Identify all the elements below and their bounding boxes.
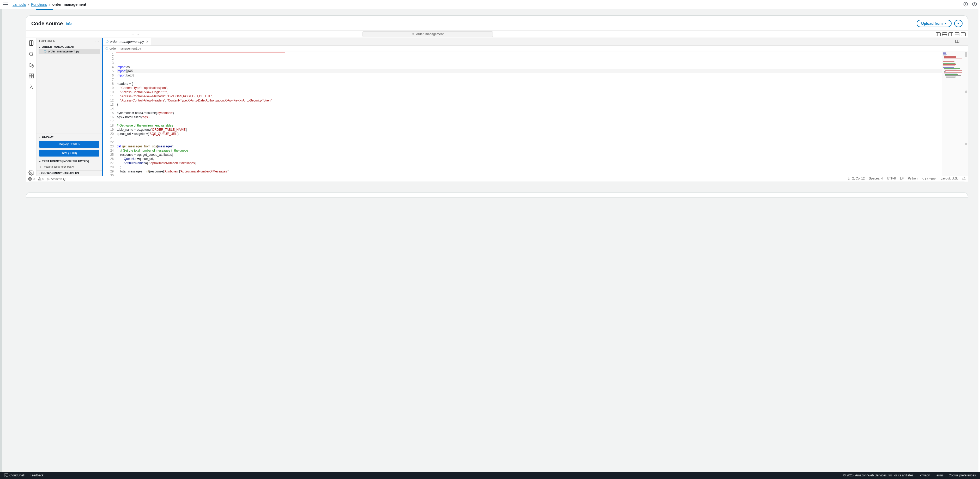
command-search[interactable]: order_management bbox=[363, 31, 493, 37]
editor-more-icon[interactable]: ··· bbox=[962, 40, 965, 44]
status-errors[interactable]: 0 bbox=[28, 177, 35, 181]
search-icon bbox=[412, 33, 415, 36]
svg-rect-14 bbox=[29, 74, 31, 76]
more-actions-button[interactable] bbox=[954, 20, 963, 27]
breadcrumb: Lambda › Functions › order_management bbox=[13, 2, 86, 7]
chevron-down-icon: ⌄ bbox=[38, 45, 41, 48]
python-file-icon: ⬡ bbox=[44, 49, 46, 53]
run-debug-icon[interactable] bbox=[28, 62, 34, 68]
info-icon[interactable] bbox=[963, 2, 968, 7]
svg-rect-17 bbox=[31, 76, 33, 78]
svg-rect-16 bbox=[29, 76, 31, 78]
plus-icon: ＋ bbox=[39, 165, 42, 169]
svg-point-10 bbox=[29, 52, 33, 56]
nav-forward-icon[interactable]: → bbox=[136, 32, 140, 36]
editor-tab[interactable]: ⬡ order_management.py ✕ bbox=[103, 38, 151, 45]
svg-point-2 bbox=[966, 3, 966, 3]
test-events-section-header[interactable]: ⌄TEST EVENTS [NONE SELECTED] bbox=[37, 158, 102, 164]
status-layout[interactable]: Layout: U.S. bbox=[940, 177, 958, 181]
scrollbar-thumb[interactable] bbox=[965, 52, 967, 57]
extensions-icon[interactable] bbox=[28, 73, 34, 79]
chevron-right-icon: › bbox=[38, 172, 40, 175]
svg-line-11 bbox=[32, 55, 33, 56]
breadcrumb-functions[interactable]: Functions bbox=[31, 2, 47, 7]
breadcrumb-current: order_management bbox=[52, 2, 86, 6]
status-lambda[interactable]: ▷Lambda bbox=[922, 177, 937, 181]
line-gutter: 1234567891011121314151617181920212223242… bbox=[103, 51, 116, 176]
activity-bar bbox=[26, 38, 37, 176]
explorer-icon[interactable] bbox=[28, 40, 34, 46]
status-encoding[interactable]: UTF-8 bbox=[887, 177, 896, 181]
scrollbar-thumb[interactable] bbox=[965, 143, 967, 145]
lambda-icon[interactable] bbox=[28, 84, 34, 90]
refresh-icon[interactable] bbox=[972, 2, 977, 7]
file-tree-item[interactable]: ⬡ order_management.py bbox=[38, 49, 100, 54]
settings-gear-icon[interactable] bbox=[28, 170, 34, 176]
breadcrumb-lambda[interactable]: Lambda bbox=[13, 2, 26, 7]
chevron-down-icon: ⌄ bbox=[38, 135, 41, 138]
upload-from-button[interactable]: Upload from bbox=[916, 20, 951, 27]
code-editor-ide: ← → order_management bbox=[26, 30, 968, 181]
python-file-icon: ⬡ bbox=[105, 47, 108, 50]
test-button[interactable]: Test (⇧⌘I) bbox=[39, 150, 99, 156]
svg-line-9 bbox=[414, 35, 414, 35]
chevron-right-icon: › bbox=[49, 2, 50, 6]
svg-marker-3 bbox=[973, 2, 977, 6]
hamburger-menu-icon[interactable] bbox=[3, 1, 10, 8]
caret-down-icon bbox=[957, 23, 960, 24]
status-eol[interactable]: LF bbox=[900, 177, 904, 181]
deploy-section-header[interactable]: ⌄DEPLOY bbox=[37, 134, 102, 139]
svg-marker-12 bbox=[30, 63, 33, 67]
status-warnings[interactable]: 0 bbox=[38, 177, 45, 181]
ide-status-bar: 0 0 ▷Amazon Q Ln 2, Col 12 Spaces: 4 UTF… bbox=[26, 176, 968, 181]
lower-panel bbox=[26, 192, 968, 197]
split-editor-icon[interactable] bbox=[955, 40, 959, 44]
chevron-right-icon: › bbox=[28, 2, 29, 6]
close-tab-icon[interactable]: ✕ bbox=[145, 40, 148, 44]
nav-back-icon[interactable]: ← bbox=[131, 32, 135, 36]
python-file-icon: ⬡ bbox=[105, 40, 108, 44]
status-spaces[interactable]: Spaces: 4 bbox=[869, 177, 883, 181]
layout-full-icon[interactable] bbox=[961, 32, 966, 36]
chevron-down-icon: ⌄ bbox=[38, 159, 41, 163]
svg-point-8 bbox=[412, 33, 414, 35]
svg-point-18 bbox=[30, 172, 32, 173]
bell-icon[interactable] bbox=[962, 177, 966, 181]
search-icon[interactable] bbox=[28, 51, 34, 57]
explorer-more-icon[interactable]: ··· bbox=[95, 40, 99, 43]
side-panel: EXPLORER ··· ⌄ORDER_MANAGEMENT ⬡ order_m… bbox=[37, 38, 102, 176]
layout-left-icon[interactable] bbox=[936, 32, 940, 36]
minimap[interactable] bbox=[942, 51, 968, 176]
deploy-button[interactable]: Deploy (⇧⌘U) bbox=[39, 141, 99, 148]
env-vars-section-header[interactable]: ›ENVIRONMENT VARIABLES bbox=[37, 170, 102, 176]
project-folder[interactable]: ⌄ORDER_MANAGEMENT bbox=[38, 45, 100, 49]
panel-title: Code source bbox=[31, 21, 63, 27]
editor-breadcrumb[interactable]: ⬡ order_management.py bbox=[103, 46, 968, 51]
svg-rect-15 bbox=[31, 74, 33, 76]
layout-grid-icon[interactable] bbox=[955, 32, 959, 36]
editor-area: ⬡ order_management.py ✕ ··· ⬡ order_ bbox=[102, 38, 968, 176]
svg-point-4 bbox=[974, 3, 975, 5]
info-link[interactable]: Info bbox=[66, 22, 72, 25]
ide-toolbar: ← → order_management bbox=[26, 30, 968, 38]
top-nav: Lambda › Functions › order_management bbox=[0, 0, 980, 9]
layout-right-icon[interactable] bbox=[948, 32, 953, 36]
code-editor[interactable]: import osimport jsonimport boto3 headers… bbox=[116, 51, 942, 176]
status-language[interactable]: Python bbox=[908, 177, 917, 181]
layout-bottom-icon[interactable] bbox=[942, 32, 947, 36]
explorer-label: EXPLORER bbox=[39, 40, 55, 43]
status-amazon-q[interactable]: ▷Amazon Q bbox=[47, 177, 65, 181]
scrollbar-thumb[interactable] bbox=[965, 91, 967, 93]
create-test-event[interactable]: ＋Create new test event bbox=[37, 164, 102, 170]
side-panel-collapsed[interactable] bbox=[0, 9, 2, 472]
code-source-panel: Code source Info Upload from ← → bbox=[26, 15, 968, 182]
caret-down-icon bbox=[944, 23, 947, 24]
svg-point-13 bbox=[32, 65, 33, 67]
status-cursor[interactable]: Ln 2, Col 12 bbox=[848, 177, 865, 181]
search-text: order_management bbox=[416, 32, 444, 36]
